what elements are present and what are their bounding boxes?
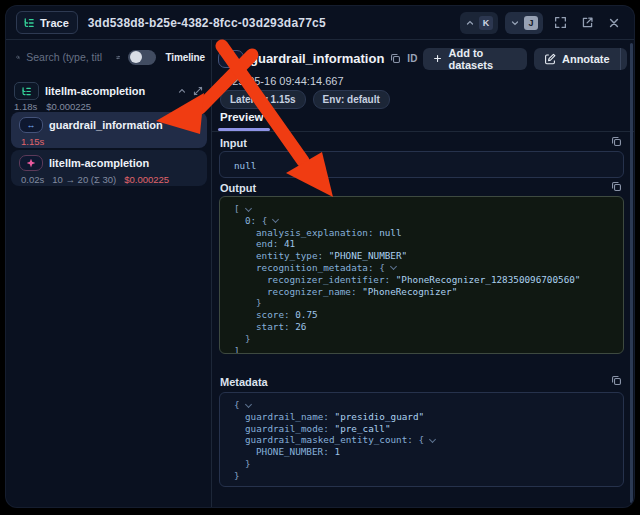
- trace-tree-icon: [23, 17, 35, 29]
- observation-detail-panel: ↔ guardrail_information ID Add to datase…: [212, 40, 634, 507]
- annotate-button-group: Annotate: [534, 48, 627, 70]
- edit-pencil-icon: [544, 53, 556, 65]
- generation-cost: $0.000225: [124, 174, 169, 185]
- close-icon: [608, 17, 620, 29]
- open-external-button[interactable]: [577, 13, 597, 33]
- toggle-knob: [130, 51, 142, 63]
- env-badge: Env: default: [313, 90, 390, 109]
- latency-badge: Latency 1.15s: [220, 90, 306, 109]
- tree-root-litellm-acompletion[interactable]: litellm-acompletion: [14, 82, 203, 100]
- span-move-horizontal-icon: ↔: [19, 117, 43, 133]
- id-label[interactable]: ID: [407, 53, 417, 64]
- metadata-section-label: Metadata: [220, 376, 268, 388]
- output-code-box[interactable]: [0: {analysis_explanation: nullend: 41en…: [219, 196, 624, 354]
- generation-sparkle-icon: [19, 155, 43, 171]
- badge-row: Latency 1.15s Env: default: [220, 90, 390, 109]
- trace-tree-sidebar: Timeline litellm-acompletion 1.18s$0.000…: [6, 40, 212, 507]
- annotate-button[interactable]: Annotate: [534, 48, 620, 70]
- trace-detail-window: Trace 3dd538d8-b25e-4382-8fcc-03d293da77…: [6, 6, 634, 507]
- tree-root-metrics: 1.18s$0.000225: [14, 101, 100, 112]
- metadata-code-box[interactable]: {guardrail_name: "presidio_guard"guardra…: [219, 392, 624, 487]
- root-latency: 1.18s: [14, 101, 37, 112]
- copy-id-icon[interactable]: [390, 53, 401, 64]
- keycap-k: K: [479, 16, 493, 30]
- external-link-icon: [581, 16, 594, 29]
- prev-trace-button[interactable]: K: [460, 12, 498, 34]
- copy-output-icon[interactable]: [611, 181, 622, 192]
- detail-header: ↔ guardrail_information ID Add to datase…: [218, 47, 620, 70]
- add-to-datasets-button[interactable]: Add to datasets: [423, 48, 527, 70]
- observation-timestamp: 2025-05-16 09:44:14.667: [220, 75, 344, 87]
- keycap-j: J: [524, 16, 538, 30]
- expand-diagonal-icon[interactable]: [193, 86, 203, 96]
- top-bar-actions: K J: [460, 12, 624, 34]
- search-icon: [16, 51, 20, 64]
- input-section-label: Input: [220, 137, 247, 149]
- annotate-dropdown-button[interactable]: [620, 48, 627, 70]
- next-trace-button[interactable]: J: [505, 12, 543, 34]
- trace-badge-label: Trace: [40, 17, 69, 29]
- copy-metadata-icon[interactable]: [611, 375, 622, 386]
- tree-controls: [177, 86, 203, 96]
- generation-tokens: 10 → 20 (Σ 30): [52, 174, 116, 185]
- close-button[interactable]: [604, 13, 624, 33]
- top-bar: Trace 3dd538d8-b25e-4382-8fcc-03d293da77…: [6, 6, 634, 40]
- tree-item-litellm-acompletion-generation[interactable]: litellm-acompletion 0.02s 10 → 20 (Σ 30)…: [11, 150, 207, 186]
- span-label: guardrail_information: [49, 119, 163, 131]
- timeline-label: Timeline: [165, 52, 205, 63]
- trace-id: 3dd538d8-b25e-4382-8fcc-03d293da77c5: [88, 16, 326, 30]
- trace-tree-icon: [21, 86, 32, 97]
- chevron-down-icon: [510, 18, 520, 28]
- input-code-box[interactable]: null: [219, 151, 624, 178]
- collapse-all-icon[interactable]: [177, 86, 187, 96]
- fullscreen-icon: [554, 16, 567, 29]
- plus-icon: [433, 53, 442, 64]
- generation-latency: 0.02s: [21, 174, 44, 185]
- tree-root-label: litellm-acompletion: [45, 85, 145, 97]
- fullscreen-button[interactable]: [550, 13, 570, 33]
- search-input[interactable]: [24, 50, 112, 64]
- screenshot-stage: Trace 3dd538d8-b25e-4382-8fcc-03d293da77…: [0, 0, 640, 515]
- trace-root-badge: [14, 82, 39, 100]
- search-row: Timeline: [6, 48, 205, 66]
- filter-sliders-icon[interactable]: [116, 51, 120, 64]
- generation-label: litellm-acompletion: [49, 157, 149, 169]
- copy-input-icon[interactable]: [611, 136, 622, 147]
- active-tab-underline: [218, 128, 270, 131]
- chevron-up-icon: [465, 18, 475, 28]
- root-cost: $0.000225: [46, 101, 91, 112]
- scrollbar[interactable]: [630, 43, 633, 503]
- tab-bar: Preview: [212, 110, 634, 132]
- trace-type-badge: Trace: [16, 11, 78, 34]
- span-latency: 1.15s: [21, 136, 44, 147]
- tree-item-guardrail-information[interactable]: ↔ guardrail_information 1.15s: [11, 112, 207, 148]
- span-move-horizontal-icon: ↔: [218, 50, 244, 68]
- tab-preview[interactable]: Preview: [220, 111, 263, 123]
- observation-title: guardrail_information: [250, 51, 384, 66]
- timeline-toggle[interactable]: [128, 50, 156, 65]
- output-section-label: Output: [220, 182, 256, 194]
